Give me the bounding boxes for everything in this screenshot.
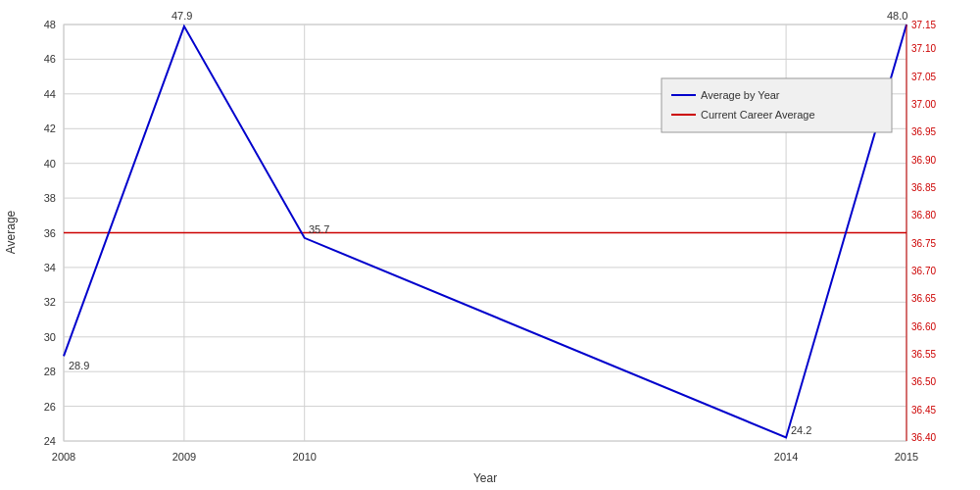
y-right-tick: 36.70 xyxy=(911,266,936,276)
x-axis-tick: 2014 xyxy=(774,451,798,463)
y-right-tick: 37.15 xyxy=(911,20,936,30)
y-axis-tick: 48 xyxy=(44,19,56,30)
y-axis-tick: 30 xyxy=(44,331,56,343)
y-right-tick: 36.85 xyxy=(911,182,936,193)
y-axis-tick: 40 xyxy=(44,158,56,170)
y-right-tick: 36.45 xyxy=(911,405,936,416)
y-axis-tick: 32 xyxy=(44,296,56,308)
data-label-2014: 24.2 xyxy=(791,424,811,436)
y-right-tick: 37.00 xyxy=(911,99,936,110)
main-chart: 48 46 44 42 40 38 36 34 32 xyxy=(0,0,980,490)
y-axis-tick: 34 xyxy=(44,262,56,273)
x-axis-tick: 2015 xyxy=(895,451,918,463)
y-axis-tick: 42 xyxy=(44,122,56,134)
legend-label-career-avg: Current Career Average xyxy=(701,109,815,121)
x-axis-tick: 2009 xyxy=(172,451,196,463)
y-right-tick: 36.50 xyxy=(911,376,936,387)
y-axis-tick: 44 xyxy=(44,88,56,100)
x-axis-tick: 2010 xyxy=(292,451,316,463)
data-label-2010: 35.7 xyxy=(309,223,329,235)
y-axis-tick: 28 xyxy=(44,366,56,377)
data-label-2009: 47.9 xyxy=(172,10,192,22)
y-right-tick: 37.05 xyxy=(911,72,936,82)
legend-label-avg-by-year: Average by Year xyxy=(701,89,780,101)
y-right-tick: 37.10 xyxy=(911,43,936,54)
y-axis-tick: 36 xyxy=(44,227,56,239)
y-right-tick: 36.90 xyxy=(911,155,936,166)
x-axis-title: Year xyxy=(473,471,497,485)
y-right-tick: 36.60 xyxy=(911,321,936,332)
data-label-2008: 28.9 xyxy=(69,360,89,371)
y-right-tick: 36.80 xyxy=(911,210,936,220)
y-axis-title: Average xyxy=(4,210,18,254)
y-right-tick: 36.65 xyxy=(911,293,936,304)
y-axis-tick: 24 xyxy=(44,435,56,447)
chart-container: 48 46 44 42 40 38 36 34 32 xyxy=(0,0,980,490)
legend-box xyxy=(662,78,892,132)
x-axis-tick: 2008 xyxy=(52,451,75,463)
y-right-tick: 36.40 xyxy=(911,432,936,443)
y-axis-tick: 26 xyxy=(44,401,56,413)
y-right-tick: 36.95 xyxy=(911,126,936,137)
y-right-tick: 36.75 xyxy=(911,238,936,249)
y-axis-tick: 38 xyxy=(44,192,56,204)
data-label-2015: 48.0 xyxy=(887,10,907,22)
y-right-tick: 36.55 xyxy=(911,349,936,360)
y-axis-tick: 46 xyxy=(44,53,56,65)
